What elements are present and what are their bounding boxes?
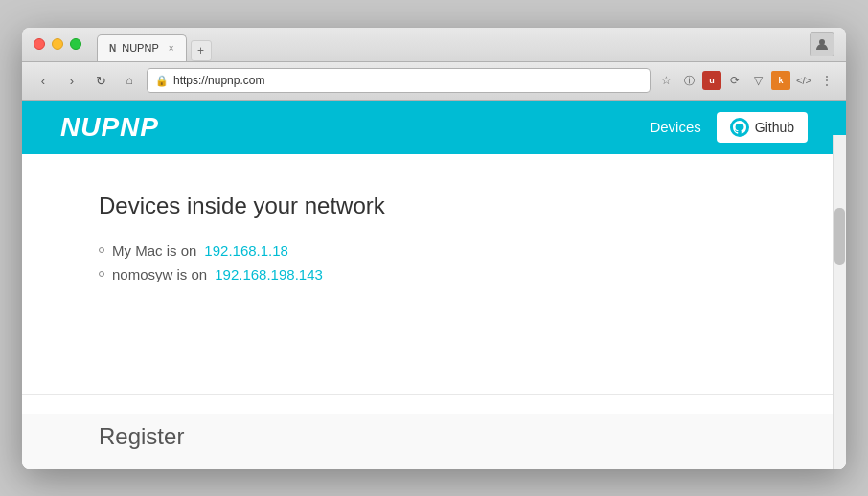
list-item: My Mac is on 192.168.1.18 (99, 242, 769, 259)
browser-window: N NUPNP × + ‹ › ↻ ⌂ 🔒 https://nupnp.com … (22, 28, 846, 469)
device-list: My Mac is on 192.168.1.18 nomosyw is on … (99, 242, 769, 282)
tab-title: NUPNP (122, 42, 159, 54)
github-label: Github (755, 120, 794, 135)
nav-devices-link[interactable]: Devices (650, 119, 700, 135)
toolbar: ‹ › ↻ ⌂ 🔒 https://nupnp.com ☆ ⓘ u ⟳ ▽ k … (22, 62, 846, 101)
github-button[interactable]: Github (717, 112, 808, 143)
url-text: https://nupnp.com (173, 74, 264, 87)
back-button[interactable]: ‹ (32, 69, 55, 92)
register-section: Register (22, 414, 846, 469)
forward-button[interactable]: › (60, 69, 83, 92)
site-header: NUPNP Devices Github (22, 101, 846, 154)
minimize-button[interactable] (52, 38, 63, 50)
shield-icon[interactable]: u (702, 71, 721, 90)
section-divider (22, 394, 846, 395)
refresh-icon[interactable]: ⟳ (725, 71, 744, 90)
scrollbar-thumb[interactable] (834, 208, 845, 265)
bullet-icon (99, 247, 104, 253)
url-domain: nupnp.com (208, 74, 264, 87)
tab-favicon: N (109, 43, 116, 54)
device-ip-link-2[interactable]: 192.168.198.143 (215, 266, 323, 282)
scrollbar-track (833, 135, 846, 469)
bookmark-icon[interactable]: ☆ (656, 71, 675, 90)
code-icon[interactable]: </> (794, 71, 813, 90)
more-icon[interactable]: ⋮ (817, 71, 836, 90)
bullet-icon (99, 271, 104, 277)
devices-section-title: Devices inside your network (99, 192, 769, 219)
device-ip-link-1[interactable]: 192.168.1.18 (204, 242, 288, 259)
device-name-2: nomosyw is on (112, 266, 207, 282)
page-content: NUPNP Devices Github Devices inside (22, 101, 846, 469)
profile-button[interactable] (810, 32, 834, 56)
site-nav: Devices Github (650, 112, 808, 143)
device-name-1: My Mac is on (112, 242, 196, 259)
github-icon (730, 118, 749, 137)
close-button[interactable] (34, 38, 45, 50)
address-bar[interactable]: 🔒 https://nupnp.com (147, 68, 651, 93)
maximize-button[interactable] (70, 38, 81, 50)
title-bar: N NUPNP × + (22, 28, 846, 62)
main-content: Devices inside your network My Mac is on… (22, 154, 846, 374)
url-protocol: https:// (173, 74, 208, 87)
toolbar-right: ☆ ⓘ u ⟳ ▽ k </> ⋮ (656, 71, 836, 90)
lock-icon: 🔒 (155, 75, 169, 87)
browser-tab[interactable]: N NUPNP × (97, 34, 187, 61)
register-title: Register (99, 423, 769, 450)
browser-inner: NUPNP Devices Github Devices inside (22, 101, 846, 469)
k-icon[interactable]: k (771, 71, 790, 90)
refresh-button[interactable]: ↻ (89, 69, 112, 92)
site-logo: NUPNP (60, 112, 159, 143)
tab-close-button[interactable]: × (169, 43, 174, 54)
traffic-lights (34, 38, 81, 50)
info-icon[interactable]: ⓘ (679, 71, 698, 90)
new-tab-button[interactable]: + (191, 40, 212, 61)
list-item: nomosyw is on 192.168.198.143 (99, 266, 769, 282)
home-button[interactable]: ⌂ (118, 69, 141, 92)
down-icon[interactable]: ▽ (748, 71, 767, 90)
tab-area: N NUPNP × + (97, 28, 212, 61)
